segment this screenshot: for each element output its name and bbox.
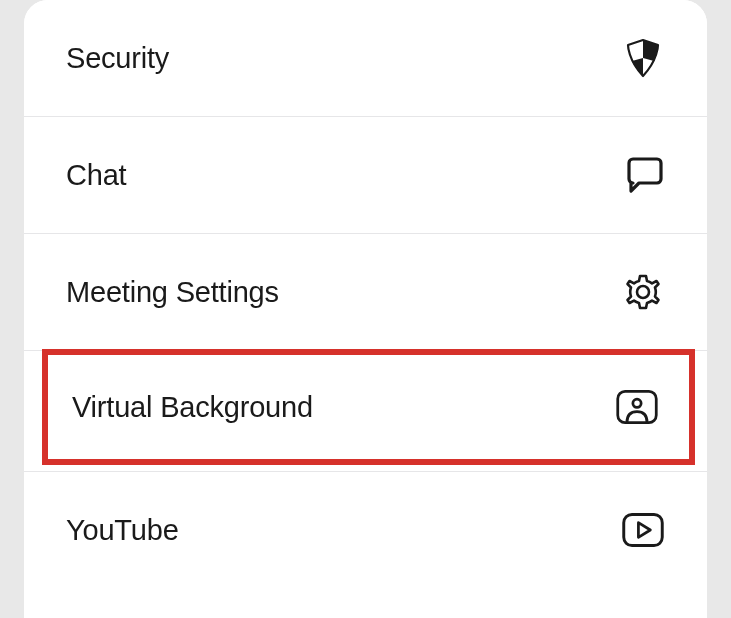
menu-label-youtube: YouTube	[66, 514, 179, 547]
settings-panel: Security Chat Meeting Settings Vir	[24, 0, 707, 618]
menu-item-security[interactable]: Security	[24, 0, 707, 117]
svg-point-0	[637, 286, 649, 298]
menu-item-virtual-background[interactable]: Virtual Background	[48, 355, 689, 459]
menu-item-youtube[interactable]: YouTube	[24, 472, 707, 588]
person-frame-icon	[615, 385, 659, 429]
annotation-highlight: Virtual Background	[42, 349, 695, 465]
menu-item-meeting-settings[interactable]: Meeting Settings	[24, 234, 707, 351]
menu-label-chat: Chat	[66, 159, 126, 192]
svg-rect-3	[624, 514, 663, 545]
play-box-icon	[621, 508, 665, 552]
menu-label-security: Security	[66, 42, 169, 75]
shield-icon	[621, 36, 665, 80]
menu-label-meeting-settings: Meeting Settings	[66, 276, 279, 309]
menu-item-chat[interactable]: Chat	[24, 117, 707, 234]
svg-point-2	[633, 399, 641, 407]
menu-label-virtual-background: Virtual Background	[72, 391, 313, 424]
chat-icon	[621, 153, 665, 197]
gear-icon	[621, 270, 665, 314]
